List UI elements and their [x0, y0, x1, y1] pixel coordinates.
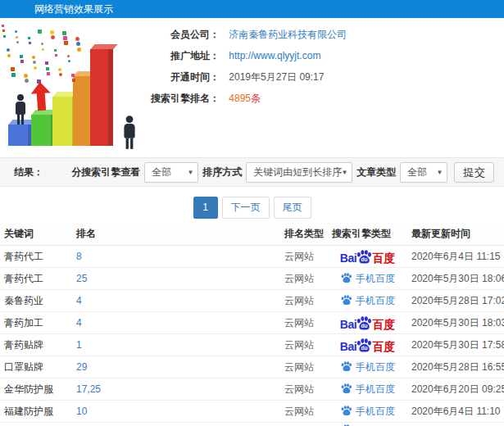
window-titlebar: 网络营销效果展示: [0, 0, 504, 18]
baidu-pc-logo-icon: Baidu百度: [340, 338, 395, 352]
engine-cell: 手机百度: [328, 295, 407, 307]
engine-rank-unit: 条: [251, 93, 261, 104]
header-rank: 排名: [72, 227, 280, 241]
header-updated: 最新更新时间: [407, 227, 504, 241]
info-section: 会员公司： 济南秦鲁药业科技有限公司 推广地址： http://www.qlyy…: [0, 18, 504, 156]
svg-text:du: du: [361, 256, 368, 262]
article-type-select[interactable]: 全部 ▼: [400, 162, 447, 183]
baidu-pc-logo-icon: Baidu百度: [340, 250, 395, 264]
table-row: 膏药代工 8 云网站 Baidu百度 2020年6月4日 11:15: [0, 246, 504, 268]
engine-cell: 手机百度: [328, 406, 407, 418]
engine-cell: Baidu百度: [328, 250, 407, 264]
member-company-row: 会员公司： 济南秦鲁药业科技有限公司: [141, 28, 347, 39]
promo-url-label: 推广地址：: [141, 49, 220, 63]
result-label: 结果：: [14, 165, 43, 179]
open-time-row: 开通时间： 2019年5月27日 09:17: [141, 70, 347, 82]
open-time-label: 开通时间：: [141, 70, 220, 84]
engine-cell: 手机百度: [328, 383, 407, 396]
rank-cell: 1: [72, 339, 280, 351]
rank-link[interactable]: 8: [76, 251, 82, 262]
table-row: 口罩贴牌 29 云网站 手机百度 2020年5月28日 16:55: [0, 356, 504, 378]
bar-red: [90, 49, 113, 146]
rank-link[interactable]: 1: [76, 339, 82, 351]
updated-cell: 2020年6月4日 11:10: [407, 405, 504, 419]
engine-cell: Baidu百度: [328, 316, 407, 330]
engine-cell: 手机百度: [328, 273, 407, 285]
keyword-cell: 膏药贴牌: [0, 338, 72, 352]
rank-link[interactable]: 29: [76, 361, 87, 373]
submit-button[interactable]: 提交: [454, 162, 494, 183]
results-table: 关键词 排名 排名类型 搜索引擎类型 最新更新时间 膏药代工 8 云网站 Bai…: [0, 223, 504, 426]
rank-type-cell: 云网站: [280, 250, 328, 264]
table-row: 膏药贴牌 1 云网站 Baidu百度 2020年5月30日 17:58: [0, 334, 504, 356]
baidu-mobile-logo-icon: 手机百度: [340, 383, 395, 396]
chevron-down-icon: ▼: [187, 163, 193, 183]
sort-select[interactable]: 关键词由短到长排序 ▼: [246, 162, 352, 183]
rank-link[interactable]: 17,25: [76, 383, 101, 395]
rank-link[interactable]: 4: [76, 317, 82, 329]
member-company-label: 会员公司：: [141, 28, 220, 42]
header-rank-type: 排名类型: [280, 227, 328, 241]
promo-url-link[interactable]: http://www.qlyyjt.com: [229, 50, 320, 61]
chevron-down-icon: ▼: [436, 163, 443, 183]
rank-cell: 4: [72, 295, 280, 306]
baidu-mobile-logo-icon: 手机百度: [340, 361, 395, 374]
chevron-down-icon: ▼: [341, 163, 347, 183]
businessman-figure-right: [124, 116, 134, 149]
keyword-cell: 口罩贴牌: [0, 360, 72, 374]
pagination-next[interactable]: 下一页: [222, 197, 270, 219]
keyword-cell: 秦鲁药业: [0, 294, 72, 308]
open-time-value: 2019年5月27日 09:17: [229, 71, 324, 83]
updated-cell: 2020年5月30日 18:06: [407, 272, 504, 286]
baidu-mobile-logo-icon: 手机百度: [340, 295, 395, 307]
updated-cell: 2020年6月4日 11:15: [407, 250, 504, 264]
pagination-page-1[interactable]: 1: [193, 197, 218, 219]
baidu-paw-icon: du: [356, 316, 372, 330]
rank-type-cell: 云网站: [280, 338, 328, 352]
results-table-body: 膏药代工 8 云网站 Baidu百度 2020年6月4日 11:15 膏药代工 …: [0, 246, 504, 426]
baidu-paw-icon: du: [356, 338, 372, 352]
rank-cell: 25: [72, 273, 280, 284]
member-company-link[interactable]: 济南秦鲁药业科技有限公司: [229, 29, 347, 40]
baidu-paw-icon: du: [356, 250, 372, 264]
baidu-paw-icon: [340, 273, 352, 283]
pagination-last[interactable]: 尾页: [274, 197, 311, 219]
engine-cell: 手机百度: [328, 423, 407, 426]
baidu-paw-icon: [340, 383, 352, 394]
rank-link[interactable]: 10: [76, 406, 87, 417]
baidu-pc-logo-icon: Baidu百度: [340, 316, 395, 330]
up-arrow-icon: [30, 81, 52, 112]
page: 网络营销效果展示 会员公司： 济南秦鲁药业科技有限公司: [0, 0, 504, 426]
table-row: 膏药加工 4 云网站 Baidu百度 2020年5月30日 18:03: [0, 312, 504, 334]
rank-type-cell: 云网站: [280, 272, 328, 286]
updated-cell: 2020年5月30日 17:58: [407, 338, 504, 352]
baidu-mobile-logo-icon: 手机百度: [340, 273, 395, 285]
keyword-cell: 福建防护服: [0, 405, 72, 419]
info-fields: 会员公司： 济南秦鲁药业科技有限公司 推广地址： http://www.qlyy…: [141, 28, 347, 113]
keyword-cell: 金华防护服: [0, 383, 72, 397]
engine-select[interactable]: 全部 ▼: [144, 162, 198, 183]
chart-illustration: [2, 25, 139, 149]
rank-type-cell: 云网站: [280, 294, 328, 308]
rank-type-cell: 云网站: [280, 383, 328, 397]
baidu-paw-icon: [340, 361, 352, 372]
baidu-paw-icon: [340, 295, 352, 306]
rank-type-cell: 云网站: [280, 316, 328, 330]
rank-cell: 17,25: [72, 383, 280, 395]
keyword-cell: 膏药加工: [0, 316, 72, 330]
engine-rank-count: 4895: [229, 93, 251, 104]
businessman-figure-left: [16, 94, 25, 125]
updated-cell: 2020年5月28日 17:02: [407, 294, 504, 308]
table-row: 手机百度: [0, 423, 504, 426]
table-row: 秦鲁药业 4 云网站 手机百度 2020年5月28日 17:02: [0, 290, 504, 312]
table-row: 福建防护服 10 云网站 手机百度 2020年6月4日 11:10: [0, 401, 504, 423]
table-row: 膏药代工 25 云网站 手机百度 2020年5月30日 18:06: [0, 268, 504, 290]
updated-cell: 2020年5月28日 16:55: [407, 360, 504, 374]
rank-link[interactable]: 4: [76, 295, 82, 306]
rank-link[interactable]: 25: [76, 273, 87, 284]
header-engine-type: 搜索引擎类型: [328, 227, 407, 241]
rank-cell: 8: [72, 251, 280, 262]
svg-text:du: du: [361, 323, 368, 329]
bar-blue: [8, 125, 33, 146]
keyword-cell: 膏药代工: [0, 250, 72, 264]
